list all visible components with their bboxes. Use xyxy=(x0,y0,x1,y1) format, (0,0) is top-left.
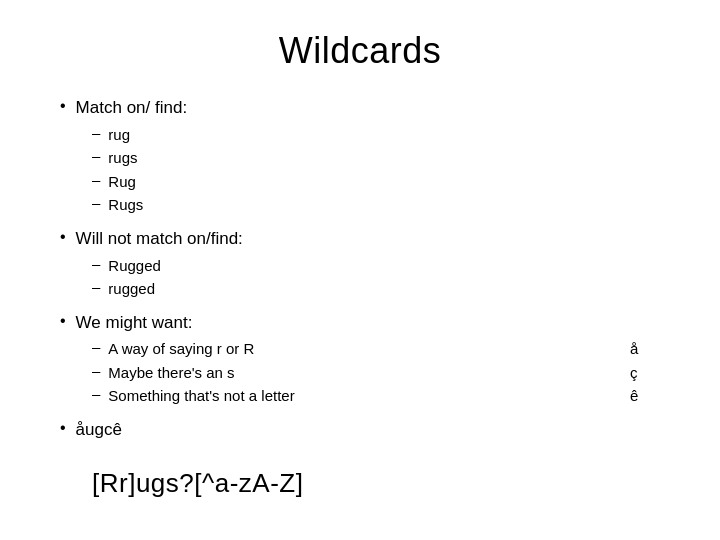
dash-icon: – xyxy=(92,171,100,188)
page-title: Wildcards xyxy=(60,30,660,72)
sub-text: A way of saying r or R xyxy=(108,338,610,361)
bullet-item-will-not-match: • Will not match on/find: xyxy=(60,227,660,251)
sub-row: Maybe there's an s ç xyxy=(108,362,660,385)
dash-icon: – xyxy=(92,147,100,164)
formula-section: [Rr]ugs?[^a-zA-Z] xyxy=(92,468,660,499)
dash-icon: – xyxy=(92,124,100,141)
bullet-item-result: • åugcê xyxy=(60,418,660,442)
list-item: – A way of saying r or R å xyxy=(92,338,660,361)
list-item: – rugs xyxy=(92,147,660,170)
list-item: – Rug xyxy=(92,171,660,194)
section-will-not-match: • Will not match on/find: – Rugged – rug… xyxy=(60,227,660,305)
content-area: • Match on/ find: – rug – rugs – Rug – xyxy=(60,96,660,499)
list-item: – Something that's not a letter ê xyxy=(92,385,660,408)
sub-items-match: – rug – rugs – Rug – Rugs xyxy=(92,124,660,217)
sub-text: rugged xyxy=(108,278,155,301)
dash-icon: – xyxy=(92,194,100,211)
list-item: – Rugs xyxy=(92,194,660,217)
bullet-text: Will not match on/find: xyxy=(76,227,243,251)
bullet-text: We might want: xyxy=(76,311,193,335)
sub-items-we-might-want: – A way of saying r or R å – Maybe there… xyxy=(92,338,660,408)
list-item: – Maybe there's an s ç xyxy=(92,362,660,385)
sub-row: Something that's not a letter ê xyxy=(108,385,660,408)
bullet-text-match: Match on/ find: xyxy=(76,96,188,120)
sub-text-right: å xyxy=(630,338,660,361)
bullet-dot: • xyxy=(60,228,66,246)
formula-text: [Rr]ugs?[^a-zA-Z] xyxy=(92,468,303,498)
bullet-item-we-might-want: • We might want: xyxy=(60,311,660,335)
list-item: – rugged xyxy=(92,278,660,301)
dash-icon: – xyxy=(92,362,100,379)
list-item: – rug xyxy=(92,124,660,147)
sub-text-right: ç xyxy=(630,362,660,385)
dash-icon: – xyxy=(92,385,100,402)
sub-text: rug xyxy=(108,124,130,147)
dash-icon: – xyxy=(92,278,100,295)
sub-text: Rugs xyxy=(108,194,143,217)
sub-text: Rugged xyxy=(108,255,161,278)
page: Wildcards • Match on/ find: – rug – rugs… xyxy=(0,0,720,540)
sub-items-will-not-match: – Rugged – rugged xyxy=(92,255,660,301)
section-result: • åugcê xyxy=(60,418,660,446)
dash-icon: – xyxy=(92,255,100,272)
sub-text-right: ê xyxy=(630,385,660,408)
bullet-dot: • xyxy=(60,419,66,437)
sub-row: A way of saying r or R å xyxy=(108,338,660,361)
sub-text: rugs xyxy=(108,147,137,170)
dash-icon: – xyxy=(92,338,100,355)
section-match: • Match on/ find: – rug – rugs – Rug – xyxy=(60,96,660,221)
bullet-dot: • xyxy=(60,312,66,330)
sub-text: Something that's not a letter xyxy=(108,385,610,408)
sub-text: Maybe there's an s xyxy=(108,362,610,385)
list-item: – Rugged xyxy=(92,255,660,278)
sub-text: Rug xyxy=(108,171,136,194)
section-we-might-want: • We might want: – A way of saying r or … xyxy=(60,311,660,412)
bullet-text-result: åugcê xyxy=(76,418,122,442)
bullet-dot-match: • xyxy=(60,97,66,115)
bullet-item-match: • Match on/ find: xyxy=(60,96,660,120)
